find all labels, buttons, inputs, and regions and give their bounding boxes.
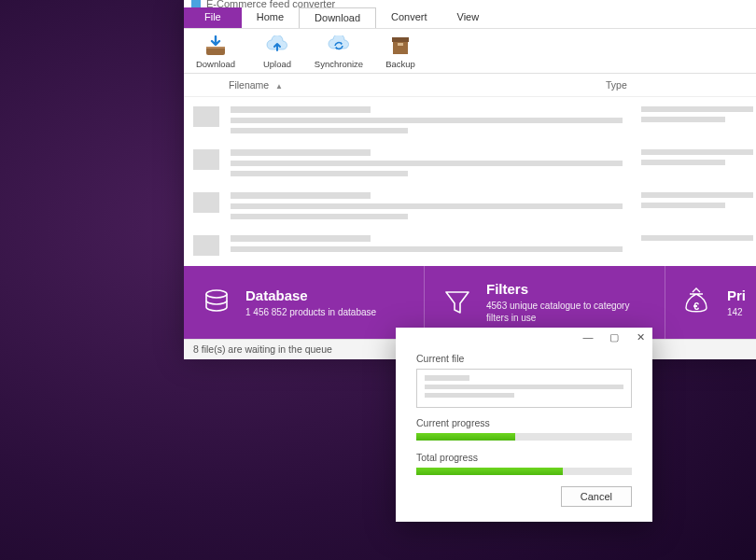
funnel-icon xyxy=(441,287,473,318)
current-file-label: Current file xyxy=(416,353,632,364)
database-icon xyxy=(201,287,232,318)
list-item[interactable] xyxy=(193,106,753,138)
backup-button[interactable]: Backup xyxy=(378,35,423,69)
download-icon xyxy=(203,35,229,57)
progress-dialog: — ▢ ✕ Current file Current progress Tota… xyxy=(396,328,652,522)
file-thumb-icon xyxy=(193,149,219,170)
maximize-button[interactable]: ▢ xyxy=(608,331,621,343)
list-item[interactable] xyxy=(193,192,753,224)
title-bar: E-Commerce feed converter xyxy=(184,0,756,7)
menu-convert[interactable]: Convert xyxy=(376,7,442,28)
download-label: Download xyxy=(196,59,235,69)
upload-label: Upload xyxy=(263,59,291,69)
close-button[interactable]: ✕ xyxy=(634,331,647,343)
app-icon xyxy=(191,0,201,7)
money-bag-icon: € xyxy=(682,287,714,318)
current-progress-bar xyxy=(416,433,632,441)
list-item[interactable] xyxy=(193,149,753,181)
upload-icon xyxy=(264,35,290,57)
prices-title: Pri xyxy=(727,287,746,303)
file-list xyxy=(184,97,756,266)
minimize-button[interactable]: — xyxy=(581,331,595,343)
sort-asc-icon: ▲ xyxy=(275,82,283,91)
list-item[interactable] xyxy=(193,235,753,257)
filters-title: Filters xyxy=(486,281,648,297)
window-title: E-Commerce feed converter xyxy=(206,0,335,7)
download-button[interactable]: Download xyxy=(193,35,238,69)
upload-button[interactable]: Upload xyxy=(255,35,300,69)
synchronize-button[interactable]: Synchronize xyxy=(316,35,361,69)
header-type[interactable]: Type xyxy=(606,79,718,91)
svg-text:€: € xyxy=(693,301,699,312)
current-file-box xyxy=(416,369,632,408)
database-subtitle: 1 456 852 products in database xyxy=(245,306,376,318)
total-progress-bar xyxy=(416,468,632,475)
header-filename[interactable]: Filename ▲ xyxy=(229,79,606,91)
app-window: E-Commerce feed converter File Home Down… xyxy=(184,0,756,359)
cancel-button[interactable]: Cancel xyxy=(561,486,632,507)
file-thumb-icon xyxy=(193,106,219,127)
synchronize-icon xyxy=(326,35,352,57)
queue-status: 8 file(s) are waiting in the queue xyxy=(193,343,332,355)
ribbon: Download Upload Synchronize xyxy=(184,28,756,74)
filename-header-text: Filename xyxy=(229,79,269,91)
prices-subtitle: 142 xyxy=(727,306,746,318)
total-progress-label: Total progress xyxy=(416,452,632,463)
menu-file[interactable]: File xyxy=(184,7,242,28)
svg-rect-2 xyxy=(398,43,403,46)
svg-point-3 xyxy=(206,290,227,298)
menu-download[interactable]: Download xyxy=(299,7,376,28)
menu-view[interactable]: View xyxy=(442,7,495,28)
stat-database: Database 1 456 852 products in database xyxy=(184,266,425,339)
synchronize-label: Synchronize xyxy=(315,59,363,69)
menu-bar: File Home Download Convert View xyxy=(184,7,756,28)
file-thumb-icon xyxy=(193,235,219,256)
menu-home[interactable]: Home xyxy=(242,7,299,28)
current-progress-label: Current progress xyxy=(416,417,632,428)
filters-subtitle: 4563 unique catalogue to category filter… xyxy=(486,300,648,324)
backup-label: Backup xyxy=(385,59,415,69)
stat-prices: € Pri 142 xyxy=(665,266,756,339)
dialog-chrome: — ▢ ✕ xyxy=(396,328,652,347)
database-title: Database xyxy=(245,287,376,303)
svg-rect-0 xyxy=(392,37,409,42)
column-headers: Filename ▲ Type xyxy=(184,74,756,97)
file-thumb-icon xyxy=(193,192,219,213)
backup-icon xyxy=(387,35,413,57)
